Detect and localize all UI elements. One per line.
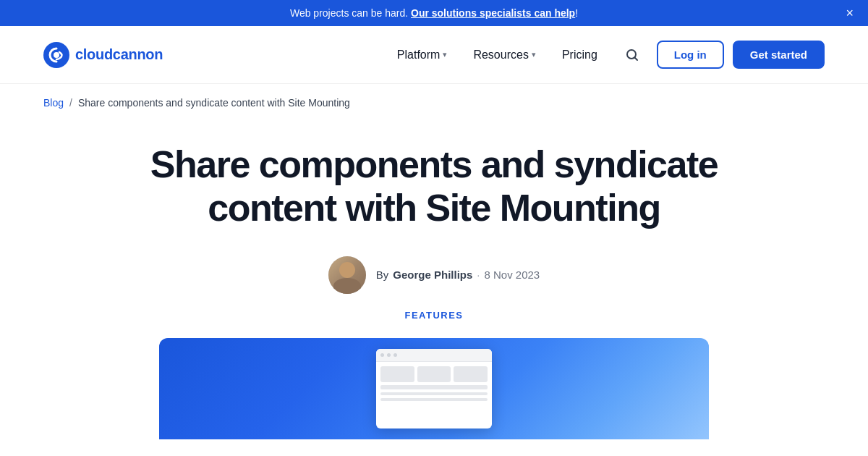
search-button[interactable] [619,42,645,68]
logo-icon [43,42,69,68]
avatar-image [328,256,366,294]
chevron-down-icon: ▾ [532,50,536,59]
browser-row-3 [380,398,488,401]
browser-row-2 [380,392,488,395]
nav-label-pricing: Pricing [562,48,597,62]
nav-item-pricing[interactable]: Pricing [552,43,608,67]
article-tag[interactable]: FEATURES [404,310,463,321]
browser-dot-2 [387,353,391,357]
avatar-body [333,278,361,294]
avatar-head [339,262,355,278]
nav-item-resources[interactable]: Resources ▾ [463,43,545,67]
article-title: Share components and syndicate content w… [137,143,731,230]
logo-text: cloudcannon [75,46,163,63]
main-content: Share components and syndicate content w… [109,122,760,439]
chevron-down-icon: ▾ [443,50,447,59]
breadcrumb-current-page: Share components and syndicate content w… [78,97,350,109]
browser-card-3 [454,366,488,382]
browser-card-1 [380,366,414,382]
author-dot: · [477,269,480,281]
browser-row-1 [380,385,488,389]
banner-link[interactable]: Our solutions specialists can help [411,7,575,19]
author-section: By George Phillips · 8 Nov 2023 [137,256,731,294]
logo[interactable]: cloudcannon [43,42,163,68]
banner-close-button[interactable]: × [846,7,854,20]
nav-actions: Log in Get started [657,41,825,69]
browser-toolbar [376,349,492,362]
browser-dot-1 [380,353,384,357]
hero-image [159,338,709,439]
browser-body [376,362,492,405]
svg-point-1 [54,52,59,58]
breadcrumb: Blog / Share components and syndicate co… [0,84,868,122]
breadcrumb-separator: / [69,97,72,109]
banner-text-after: ! [575,7,578,19]
avatar [328,256,366,294]
search-icon [625,48,639,62]
login-button[interactable]: Log in [657,41,724,69]
author-name: George Phillips [393,269,472,281]
header: cloudcannon Platform ▾ Resources ▾ Prici… [0,26,868,84]
author-meta: By George Phillips · 8 Nov 2023 [376,269,540,281]
author-prefix: By [376,269,389,281]
article-date: 8 Nov 2023 [484,269,540,281]
browser-dot-3 [393,353,397,357]
banner-text: Web projects can be hard. Our solutions … [290,7,578,19]
get-started-button[interactable]: Get started [733,41,825,69]
nav-label-platform: Platform [397,48,441,62]
main-nav: Platform ▾ Resources ▾ Pricing [387,42,645,68]
nav-label-resources: Resources [473,48,528,62]
banner-text-before: Web projects can be hard. [290,7,411,19]
browser-card-2 [417,366,451,382]
nav-item-platform[interactable]: Platform ▾ [387,43,458,67]
announcement-banner: Web projects can be hard. Our solutions … [0,0,868,26]
browser-mockup [376,349,492,428]
breadcrumb-blog-link[interactable]: Blog [43,97,64,109]
